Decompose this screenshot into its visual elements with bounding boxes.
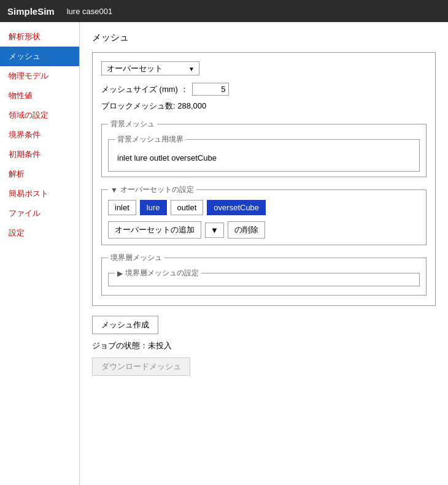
main-content: メッシュ オーバーセット標準 メッシュサイズ (mm) ： ブロックメッシュ数:… (80, 22, 448, 485)
mesh-size-row: メッシュサイズ (mm) ： (101, 83, 427, 96)
bottom-section: メッシュ作成 ジョブの状態：未投入 ダウンロードメッシュ (92, 316, 436, 376)
overset-dropdown-small[interactable]: ▼ (205, 223, 224, 238)
sidebar-item-initial[interactable]: 初期条件 (0, 145, 79, 164)
mesh-size-input[interactable] (192, 83, 229, 96)
overset-legend-toggle: ▼ (110, 186, 118, 194)
bl-inner-title: 境界層メッシュの設定 (125, 268, 199, 278)
app-header: SimpleSim lure case001 (0, 0, 448, 22)
bg-boundary-text: inlet lure outlet oversetCube (115, 150, 413, 166)
delete-overset-button[interactable]: の削除 (228, 221, 265, 239)
download-mesh-button[interactable]: ダウンロードメッシュ (92, 357, 190, 376)
overset-fieldset: ▼ オーバーセットの設定 inletlureoutletoversetCube … (101, 185, 427, 245)
block-count-value: 288,000 (177, 101, 206, 110)
sidebar-item-mesh[interactable]: メッシュ (0, 47, 79, 66)
bl-mesh-fieldset: 境界層メッシュ ▶ 境界層メッシュの設定 (101, 253, 427, 296)
sidebar-item-physics[interactable]: 物理モデル (0, 66, 79, 86)
sidebar-item-boundary[interactable]: 境界条件 (0, 125, 79, 145)
overset-tag-outlet[interactable]: outlet (171, 200, 204, 215)
sidebar-item-domain[interactable]: 領域の設定 (0, 105, 79, 125)
sidebar-item-geometry[interactable]: 解析形状 (0, 27, 79, 47)
job-status-value: 未投入 (148, 341, 172, 350)
overset-tags: inletlureoutletoversetCube (108, 200, 420, 215)
overset-action-row: オーバーセットの追加 ▼ の削除 (108, 221, 420, 239)
app-name: SimpleSim (7, 6, 55, 17)
overset-tag-lure[interactable]: lure (140, 200, 167, 215)
job-status: ジョブの状態：未投入 (92, 340, 436, 351)
bg-mesh-legend: 背景メッシュ (108, 119, 157, 129)
bg-mesh-fieldset: 背景メッシュ 背景メッシュ用境界 inlet lure outlet overs… (101, 119, 427, 177)
sidebar-item-file[interactable]: ファイル (0, 204, 79, 223)
sidebar: 解析形状メッシュ物理モデル物性値領域の設定境界条件初期条件解析簡易ポストファイル… (0, 22, 80, 485)
case-name: lure case001 (67, 7, 112, 16)
sidebar-item-post[interactable]: 簡易ポスト (0, 184, 79, 204)
overset-dropdown[interactable]: オーバーセット標準 (101, 61, 199, 75)
add-overset-button[interactable]: オーバーセットの追加 (108, 221, 201, 239)
bl-inner-fieldset: ▶ 境界層メッシュの設定 (108, 268, 420, 286)
overset-legend-label: オーバーセットの設定 (120, 185, 194, 195)
dropdown-row: オーバーセット標準 (101, 61, 427, 75)
overset-legend: ▼ オーバーセットの設定 (108, 185, 196, 195)
bg-boundary-legend: 背景メッシュ用境界 (115, 134, 186, 145)
bl-mesh-legend: 境界層メッシュ (108, 253, 164, 263)
overset-tag-inlet[interactable]: inlet (108, 200, 136, 215)
bg-boundary-fieldset: 背景メッシュ用境界 inlet lure outlet oversetCube (108, 134, 420, 172)
bl-inner-toggle: ▶ (117, 269, 123, 278)
bl-inner-legend: ▶ 境界層メッシュの設定 (115, 268, 201, 278)
overset-dropdown-wrapper[interactable]: オーバーセット標準 (101, 61, 199, 75)
overset-tag-oversetCube[interactable]: oversetCube (207, 200, 266, 215)
mesh-create-button[interactable]: メッシュ作成 (92, 316, 158, 334)
mesh-outer-box: オーバーセット標準 メッシュサイズ (mm) ： ブロックメッシュ数: 288,… (92, 52, 436, 306)
job-status-label: ジョブの状態： (92, 341, 148, 350)
sidebar-item-analysis[interactable]: 解析 (0, 164, 79, 184)
block-count-label: ブロックメッシュ数: (101, 101, 176, 110)
mesh-size-label: メッシュサイズ (mm) ： (101, 84, 188, 95)
block-count: ブロックメッシュ数: 288,000 (101, 101, 427, 112)
sidebar-item-properties[interactable]: 物性値 (0, 86, 79, 105)
main-layout: 解析形状メッシュ物理モデル物性値領域の設定境界条件初期条件解析簡易ポストファイル… (0, 22, 448, 485)
sidebar-item-settings[interactable]: 設定 (0, 223, 79, 243)
page-title: メッシュ (92, 32, 436, 44)
